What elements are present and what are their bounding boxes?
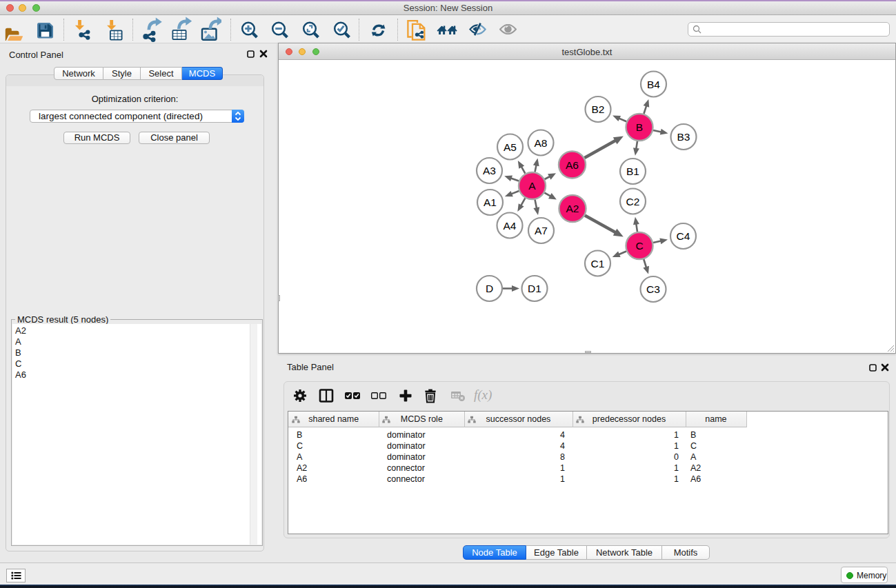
svg-text:C3: C3: [646, 283, 660, 295]
svg-text:A3: A3: [483, 165, 496, 176]
svg-text:D1: D1: [528, 283, 541, 294]
svg-text:B4: B4: [647, 79, 660, 90]
svg-text:C4: C4: [677, 230, 690, 242]
svg-text:A6: A6: [566, 159, 579, 171]
svg-text:A: A: [528, 180, 536, 192]
svg-text:B2: B2: [592, 103, 605, 115]
svg-text:C2: C2: [626, 196, 640, 207]
svg-text:C1: C1: [591, 258, 605, 270]
svg-text:A8: A8: [535, 137, 548, 149]
svg-text:B3: B3: [677, 131, 690, 143]
svg-text:A4: A4: [504, 220, 517, 232]
svg-text:A2: A2: [566, 203, 579, 214]
svg-text:D: D: [486, 283, 493, 294]
svg-text:A7: A7: [535, 225, 548, 236]
svg-text:B: B: [636, 121, 643, 133]
svg-text:A5: A5: [504, 141, 517, 153]
svg-text:B1: B1: [626, 165, 639, 177]
svg-text:A1: A1: [484, 196, 497, 208]
svg-text:C: C: [635, 240, 643, 252]
